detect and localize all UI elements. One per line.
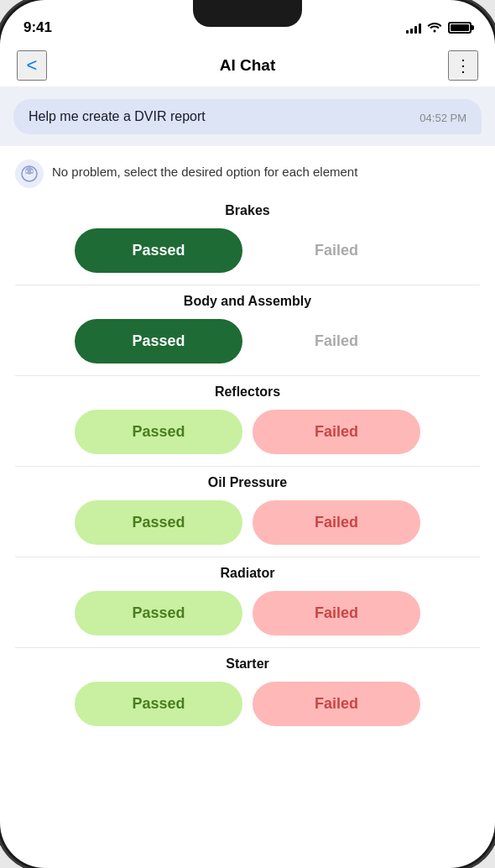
nav-bar: < AI Chat ⋮ [0, 44, 495, 87]
button-row-oil: Passed Failed [15, 500, 480, 545]
inspection-content: Brakes Passed Failed Body and Assembly P… [0, 195, 495, 738]
more-options-button[interactable]: ⋮ [448, 50, 478, 81]
back-chevron-icon: < [27, 55, 38, 76]
user-message-text: Help me create a DVIR report [29, 109, 409, 124]
inspection-section-reflectors: Reflectors Passed Failed [15, 376, 480, 467]
button-row-brakes: Passed Failed [15, 228, 480, 273]
ai-message-row: No problem, select the desired option fo… [0, 146, 495, 195]
status-time: 9:41 [23, 19, 52, 36]
svg-point-3 [31, 170, 33, 172]
inspection-section-radiator: Radiator Passed Failed [15, 557, 480, 648]
inspection-section-brakes: Brakes Passed Failed [15, 195, 480, 285]
section-title-starter: Starter [15, 656, 480, 672]
inspection-section-oil: Oil Pressure Passed Failed [15, 467, 480, 557]
button-row-body: Passed Failed [15, 319, 480, 363]
back-button[interactable]: < [17, 50, 47, 81]
ai-message-text: No problem, select the desired option fo… [52, 159, 357, 181]
more-dots-icon: ⋮ [455, 55, 472, 76]
reflectors-failed-button[interactable]: Failed [253, 410, 420, 454]
ai-response-area: No problem, select the desired option fo… [0, 146, 495, 738]
section-title-radiator: Radiator [15, 566, 480, 581]
signal-icon [406, 23, 421, 34]
radiator-failed-button[interactable]: Failed [253, 591, 420, 635]
brakes-passed-button[interactable]: Passed [75, 228, 242, 273]
phone-frame: 9:41 < AI Chat [0, 0, 495, 868]
button-row-radiator: Passed Failed [15, 591, 480, 635]
section-title-brakes: Brakes [15, 203, 480, 218]
inspection-section-starter: Starter Passed Failed [15, 648, 480, 738]
radiator-passed-button[interactable]: Passed [75, 591, 242, 635]
body-passed-button[interactable]: Passed [75, 319, 242, 363]
button-row-starter: Passed Failed [15, 682, 480, 726]
ai-avatar [15, 159, 44, 188]
section-title-body: Body and Assembly [15, 294, 480, 309]
user-message-bubble: Help me create a DVIR report 04:52 PM [13, 99, 482, 134]
battery-icon [448, 22, 472, 34]
brakes-failed-button[interactable]: Failed [253, 228, 420, 273]
starter-passed-button[interactable]: Passed [75, 682, 242, 726]
status-icons [406, 21, 472, 35]
page-title: AI Chat [220, 56, 276, 75]
section-title-reflectors: Reflectors [15, 384, 480, 400]
body-failed-button[interactable]: Failed [253, 319, 420, 363]
oil-passed-button[interactable]: Passed [75, 500, 242, 545]
starter-failed-button[interactable]: Failed [253, 682, 420, 726]
section-title-oil: Oil Pressure [15, 475, 480, 490]
wifi-icon [427, 21, 442, 35]
reflectors-passed-button[interactable]: Passed [75, 410, 242, 454]
oil-failed-button[interactable]: Failed [253, 500, 420, 545]
notch [193, 0, 302, 27]
chat-area: Help me create a DVIR report 04:52 PM [0, 87, 495, 146]
svg-point-2 [26, 170, 28, 172]
user-message-time: 04:52 PM [419, 112, 466, 124]
button-row-reflectors: Passed Failed [15, 410, 480, 454]
inspection-section-body: Body and Assembly Passed Failed [15, 285, 480, 376]
